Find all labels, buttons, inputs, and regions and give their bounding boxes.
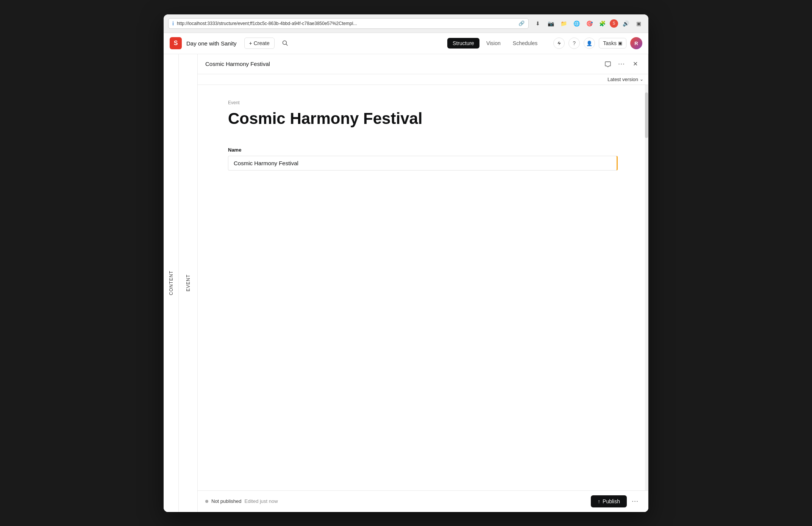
content-label: Content	[169, 271, 174, 295]
document-footer: Not published Edited just now ↑ Publish …	[198, 490, 648, 512]
bookmark-icon: 🔗	[518, 20, 525, 26]
address-text: http://localhost:3333/structure/event;ff…	[177, 21, 515, 26]
globe-icon[interactable]: 🌐	[571, 18, 582, 29]
document-header-title: Cosmic Harmony Festival	[205, 61, 270, 67]
extension-icon2[interactable]: S	[610, 19, 618, 28]
browser-chrome: i http://localhost:3333/structure/event;…	[164, 14, 648, 33]
avatar[interactable]: R	[630, 37, 642, 49]
status-text: Not published	[211, 498, 242, 504]
info-icon: i	[172, 20, 174, 27]
app-header: S Day one with Sanity + Create Structure…	[164, 33, 648, 54]
scrollbar-track[interactable]	[645, 85, 648, 490]
chevron-down-icon: ⌄	[640, 77, 643, 82]
sidebar-event: Event	[179, 54, 198, 512]
tab-schedules[interactable]: Schedules	[508, 38, 543, 49]
create-button[interactable]: + Create	[244, 38, 275, 49]
version-label: Latest version	[607, 77, 638, 82]
status-dot	[205, 500, 208, 503]
comment-button[interactable]	[603, 59, 613, 69]
app-name: Day one with Sanity	[186, 40, 237, 47]
address-bar[interactable]: i http://localhost:3333/structure/event;…	[168, 18, 529, 29]
document-header-actions: ··· ✕	[603, 59, 640, 69]
tab-structure[interactable]: Structure	[447, 38, 479, 49]
document-content: Event Cosmic Harmony Festival Name	[198, 85, 648, 490]
main-layout: Content Event Cosmic Harmony Festival ··…	[164, 54, 648, 512]
panel-icon: ▣	[618, 41, 622, 46]
publish-button[interactable]: ↑ Publish	[591, 495, 627, 507]
help-icon[interactable]: ?	[568, 38, 580, 49]
more-button[interactable]: ···	[616, 59, 627, 69]
app-logo: S	[170, 37, 182, 49]
close-button[interactable]: ✕	[630, 59, 640, 69]
browser-window: i http://localhost:3333/structure/event;…	[164, 14, 648, 512]
svg-line-1	[286, 44, 287, 46]
sidebar-content: Content	[164, 54, 179, 512]
name-field-group: Name	[228, 147, 618, 171]
scrollbar-thumb	[645, 92, 648, 138]
browser-actions: ⬇ 📷 📁 🌐 🎯 🧩 S 🔊 ▣	[532, 18, 644, 29]
event-label: Event	[186, 274, 191, 291]
extension-icon3[interactable]: 🔊	[620, 18, 631, 29]
status-sub: Edited just now	[245, 498, 278, 504]
publish-label: Publish	[603, 498, 620, 504]
folder-icon[interactable]: 📁	[558, 18, 569, 29]
footer-actions: ↑ Publish ···	[591, 495, 640, 507]
publish-arrow-icon: ↑	[598, 498, 600, 504]
panel-toggle[interactable]: ▣	[633, 18, 644, 29]
document-panel: Cosmic Harmony Festival ··· ✕ Latest ver…	[198, 54, 648, 512]
camera-icon[interactable]: 📷	[545, 18, 556, 29]
download-icon[interactable]: ⬇	[532, 18, 543, 29]
name-field-input[interactable]	[228, 156, 618, 171]
footer-more-button[interactable]: ···	[630, 496, 640, 507]
status-area: Not published Edited just now	[205, 498, 278, 504]
search-button[interactable]	[279, 37, 291, 49]
version-selector[interactable]: Latest version ⌄	[198, 74, 648, 85]
header-actions: ? 👤 Tasks ▣ R	[553, 37, 642, 49]
extension-icon1[interactable]: 🧩	[597, 18, 607, 29]
doc-type-label: Event	[228, 100, 618, 105]
nav-tabs: Structure Vision Schedules	[447, 38, 543, 49]
doc-main-title: Cosmic Harmony Festival	[228, 109, 618, 128]
tasks-button[interactable]: Tasks ▣	[599, 38, 626, 49]
document-header: Cosmic Harmony Festival ··· ✕	[198, 54, 648, 74]
target-icon[interactable]: 🎯	[584, 18, 595, 29]
name-field-label: Name	[228, 147, 618, 153]
person-icon[interactable]: 👤	[584, 38, 595, 49]
lightning-icon[interactable]	[553, 38, 565, 49]
tab-vision[interactable]: Vision	[481, 38, 506, 49]
tasks-label: Tasks	[603, 40, 617, 46]
